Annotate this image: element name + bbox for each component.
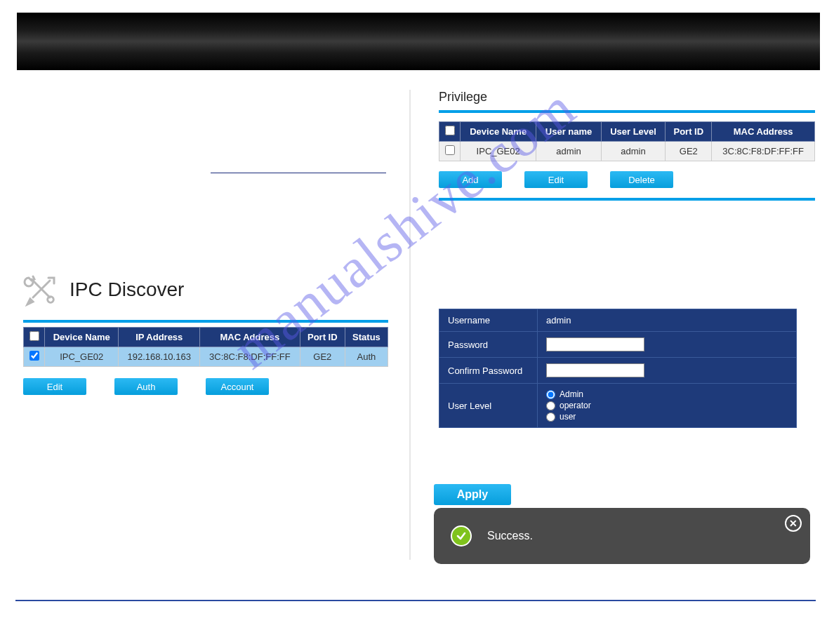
radio-operator[interactable] (546, 401, 555, 410)
radio-operator-label[interactable]: operator (546, 401, 788, 410)
radio-operator-text: operator (560, 401, 591, 410)
header-banner (17, 13, 820, 70)
radio-admin-text: Admin (560, 389, 583, 399)
account-form: Username admin Password Confirm Password… (439, 309, 797, 428)
privilege-table: Device Name User name User Level Port ID… (439, 121, 815, 161)
close-icon: ✕ (789, 518, 797, 529)
tools-icon (23, 272, 58, 307)
ipc-cell-portid: GE2 (300, 347, 345, 367)
ipc-discover-section: Device Name IP Address MAC Address Port … (23, 320, 388, 395)
toast-message: Success. (487, 530, 533, 542)
ipc-account-button[interactable]: Account (206, 378, 269, 395)
privilege-select-all-checkbox[interactable] (445, 126, 455, 135)
privilege-cell-userlevel: admin (601, 142, 666, 161)
privilege-col-device: Device Name (461, 122, 536, 142)
success-check-icon (451, 525, 472, 546)
ipc-discover-title: IPC Discover (70, 279, 184, 301)
privilege-title: Privilege (439, 90, 815, 105)
radio-user-label[interactable]: user (546, 412, 788, 422)
edit-button[interactable]: Edit (524, 171, 588, 188)
privilege-cell-username: admin (536, 142, 601, 161)
ipc-col-portid: Port ID (300, 328, 345, 347)
ipc-header-checkbox-cell (24, 328, 45, 347)
footer-line (15, 600, 816, 601)
ipc-hr (23, 320, 388, 323)
ipc-col-mac: MAC Address (200, 328, 300, 347)
table-row[interactable]: IPC_GE02 192.168.10.163 3C:8C:F8:DF:FF:F… (24, 347, 388, 367)
privilege-col-userlevel: User Level (601, 122, 666, 142)
privilege-col-username: User name (536, 122, 601, 142)
confirm-password-label: Confirm Password (439, 358, 538, 384)
radio-admin-label[interactable]: Admin (546, 389, 788, 399)
add-button[interactable]: Add (439, 171, 502, 188)
userlevel-radios: Admin operator user (546, 389, 788, 422)
ipc-row-checkbox[interactable] (29, 351, 39, 361)
ipc-discover-heading: IPC Discover (23, 272, 184, 307)
success-toast: Success. ✕ (434, 508, 810, 564)
username-value: admin (546, 315, 571, 326)
ipc-auth-button[interactable]: Auth (114, 378, 178, 395)
privilege-col-mac: MAC Address (712, 122, 815, 142)
ipc-col-status: Status (345, 328, 388, 347)
privilege-section: Privilege Device Name User name User Lev… (439, 90, 815, 209)
password-label: Password (439, 332, 538, 358)
userlevel-label: User Level (439, 384, 538, 428)
privilege-header-checkbox-cell (439, 122, 461, 142)
privilege-row-checkbox[interactable] (445, 145, 455, 155)
privilege-hr-bottom (439, 198, 815, 201)
apply-button[interactable]: Apply (434, 484, 511, 505)
ipc-table: Device Name IP Address MAC Address Port … (23, 327, 388, 367)
ipc-col-ip: IP Address (119, 328, 200, 347)
privilege-hr (439, 110, 815, 113)
ipc-cell-device: IPC_GE02 (45, 347, 119, 367)
privilege-cell-portid: GE2 (666, 142, 712, 161)
radio-user-text: user (560, 412, 576, 422)
underline-placeholder (211, 173, 386, 173)
toast-close-button[interactable]: ✕ (785, 515, 802, 532)
ipc-edit-button[interactable]: Edit (23, 378, 86, 395)
ipc-cell-status: Auth (345, 347, 388, 367)
privilege-cell-device: IPC_GE02 (461, 142, 536, 161)
table-row[interactable]: IPC_GE02 admin admin GE2 3C:8C:F8:DF:FF:… (439, 142, 815, 161)
confirm-password-input[interactable] (546, 363, 644, 377)
ipc-cell-mac: 3C:8C:F8:DF:FF:FF (200, 347, 300, 367)
radio-user[interactable] (546, 412, 555, 422)
ipc-col-device: Device Name (45, 328, 119, 347)
privilege-col-portid: Port ID (666, 122, 712, 142)
password-input[interactable] (546, 337, 644, 351)
ipc-cell-ip: 192.168.10.163 (119, 347, 200, 367)
privilege-cell-mac: 3C:8C:F8:DF:FF:FF (712, 142, 815, 161)
delete-button[interactable]: Delete (610, 171, 673, 188)
username-label: Username (439, 309, 538, 332)
ipc-select-all-checkbox[interactable] (29, 331, 39, 341)
vertical-divider (409, 90, 411, 560)
radio-admin[interactable] (546, 390, 555, 399)
